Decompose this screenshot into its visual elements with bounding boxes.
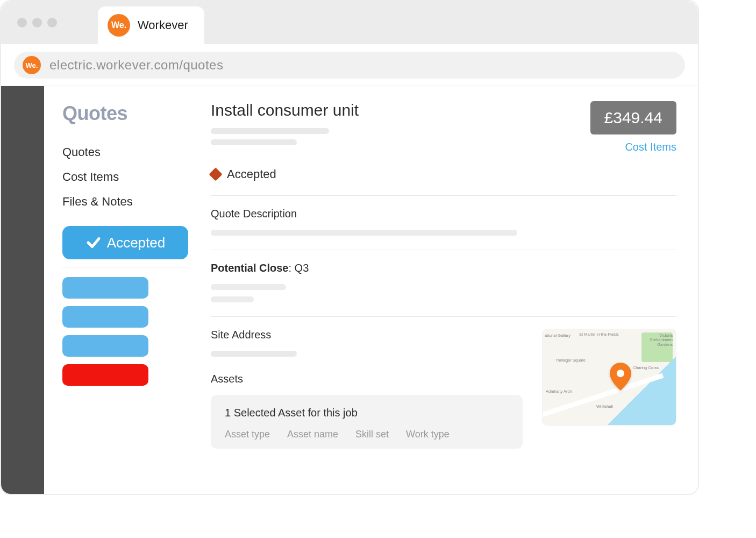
skeleton-line: [211, 351, 297, 357]
map-label: Victoria Embankmen Gardens: [646, 334, 673, 347]
sidebar-divider: [62, 267, 188, 267]
site-address-label: Site Address: [211, 329, 542, 341]
asset-col-name: Asset name: [287, 429, 338, 440]
map-label: Whitehall: [596, 405, 613, 409]
traffic-light-close[interactable]: [17, 18, 27, 27]
quote-title: Install consumer unit: [211, 101, 359, 119]
tab-favicon-icon: We.: [108, 14, 130, 37]
tab-title: Workever: [138, 18, 188, 32]
sidebar: Quotes Quotes Cost Items Files & Notes A…: [44, 86, 200, 494]
traffic-light-minimize[interactable]: [32, 18, 42, 27]
main-header: Install consumer unit £349.44 Cost Items: [211, 101, 676, 153]
site-row: Site Address Assets 1 Selected Asset for…: [211, 329, 676, 449]
asset-col-work: Work type: [406, 429, 450, 440]
traffic-light-maximize[interactable]: [47, 18, 57, 27]
action-pill-2[interactable]: [62, 306, 148, 328]
action-pill-1[interactable]: [62, 277, 148, 299]
price-box: £349.44 Cost Items: [590, 101, 676, 153]
cost-items-link[interactable]: Cost Items: [590, 141, 676, 153]
status-label: Accepted: [227, 167, 276, 181]
asset-col-type: Asset type: [225, 429, 270, 440]
side-rail: [1, 86, 44, 494]
content-wrap: Quotes Quotes Cost Items Files & Notes A…: [44, 86, 698, 494]
map-label: ational Gallery: [545, 334, 570, 338]
asset-headers: Asset type Asset name Skill set Work typ…: [225, 429, 509, 440]
skeleton-line: [211, 128, 329, 134]
map-label: Charing Cross: [633, 366, 659, 370]
quote-total: £349.44: [590, 101, 676, 134]
map-label: Admiralty Arch: [546, 390, 572, 394]
asset-col-skill: Skill set: [355, 429, 389, 440]
url-bar-row: We. electric.workever.com/quotes: [1, 44, 698, 86]
url-bar[interactable]: We. electric.workever.com/quotes: [14, 52, 685, 79]
status-diamond-icon: [209, 167, 222, 181]
check-icon: [85, 235, 102, 251]
assets-box-title: 1 Selected Asset for this job: [225, 407, 509, 419]
title-skeleton: [211, 128, 359, 145]
app-body: Quotes Quotes Cost Items Files & Notes A…: [1, 86, 698, 494]
assets-box: 1 Selected Asset for this job Asset type…: [211, 395, 523, 449]
potential-close-row: Potential Close: Q3: [211, 262, 676, 274]
sidebar-item-cost-items[interactable]: Cost Items: [62, 165, 188, 189]
action-pill-3[interactable]: [62, 335, 148, 357]
url-text: electric.workever.com/quotes: [49, 58, 223, 73]
potential-close-value: Q3: [295, 262, 309, 274]
section-divider: [211, 195, 676, 196]
main-panel: Install consumer unit £349.44 Cost Items…: [200, 86, 698, 494]
url-favicon-icon: We.: [23, 56, 41, 74]
skeleton-line: [211, 284, 286, 290]
map-label: St Martin-in-the-Fields: [579, 332, 619, 337]
map-label: Trafalgar Square: [555, 358, 586, 363]
traffic-lights: [17, 18, 57, 27]
map-pin-icon: [610, 363, 631, 393]
browser-header: We. Workever: [1, 1, 698, 44]
svg-point-0: [617, 370, 624, 377]
accepted-pill-button[interactable]: Accepted: [62, 226, 188, 259]
browser-window: We. Workever We. electric.workever.com/q…: [0, 0, 699, 495]
browser-tab[interactable]: We. Workever: [98, 6, 204, 44]
accepted-pill-label: Accepted: [107, 235, 165, 251]
map-thumbnail[interactable]: ational Gallery St Martin-in-the-Fields …: [542, 329, 676, 426]
section-divider: [211, 316, 676, 317]
skeleton-line: [211, 296, 254, 302]
skeleton-line: [211, 230, 517, 236]
quote-description-label: Quote Description: [211, 208, 676, 220]
sidebar-item-files-notes[interactable]: Files & Notes: [62, 189, 188, 214]
sidebar-item-quotes[interactable]: Quotes: [62, 140, 188, 165]
action-pill-delete[interactable]: [62, 364, 148, 386]
sidebar-title: Quotes: [62, 102, 188, 125]
map-road: [542, 373, 664, 420]
action-pills: [62, 277, 188, 386]
section-divider: [211, 250, 676, 250]
assets-label: Assets: [211, 373, 542, 385]
status-row: Accepted: [211, 167, 676, 181]
potential-close-label: Potential Close: [211, 262, 288, 274]
skeleton-line: [211, 139, 297, 145]
